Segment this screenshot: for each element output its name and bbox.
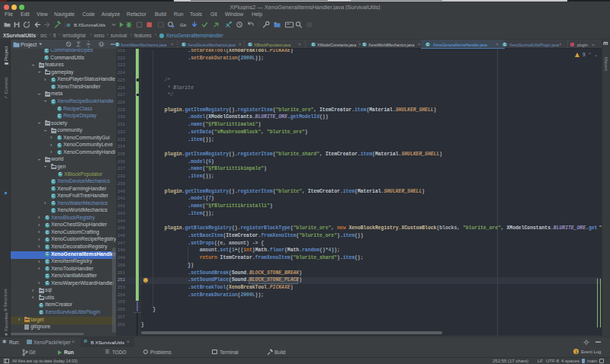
svg-text:m: m bbox=[66, 22, 71, 28]
svg-text:Git:: Git: bbox=[180, 23, 188, 27]
svg-text:B.XSurvivalUtils: B.XSurvivalUtils bbox=[74, 23, 105, 27]
svg-text:Project: Project bbox=[21, 42, 37, 48]
